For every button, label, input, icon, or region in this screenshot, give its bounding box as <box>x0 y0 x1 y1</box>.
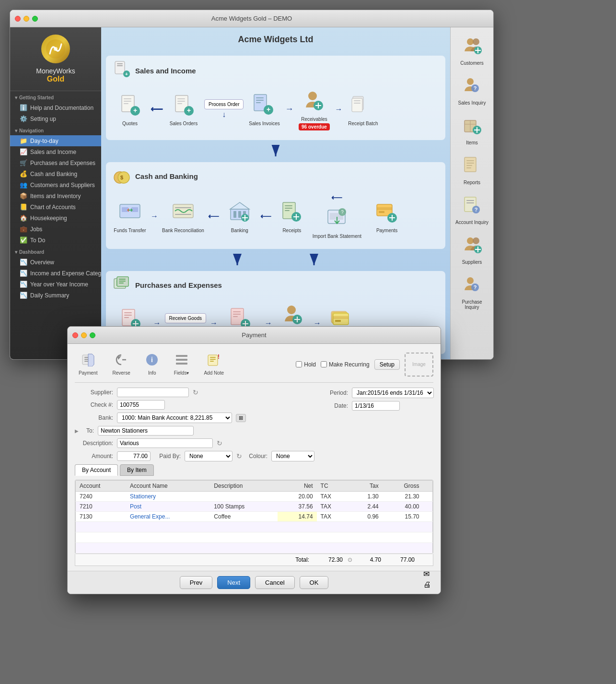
sidebar-item-customers[interactable]: 👥 Customers and Suppliers <box>10 179 101 190</box>
sidebar-item-setup[interactable]: ⚙️ Setting up <box>10 113 101 124</box>
period-label: Period: <box>324 389 348 396</box>
bank-detail-button[interactable]: ⊞ <box>236 414 246 422</box>
dialog-max-button[interactable] <box>90 332 95 338</box>
maximize-button[interactable] <box>32 16 38 22</box>
desc-refresh-icon[interactable]: ↻ <box>217 439 222 447</box>
minimize-button[interactable] <box>23 16 29 22</box>
recurring-checkbox-label[interactable]: Make Recurring <box>321 361 370 368</box>
sidebar-item-income-cat[interactable]: 📉 Income and Expense Categ... <box>10 268 101 279</box>
next-button[interactable]: Next <box>217 576 250 589</box>
colour-select[interactable]: None <box>271 451 314 461</box>
date-input[interactable] <box>352 401 400 411</box>
receive-goods-box[interactable]: Receive Goods <box>165 313 206 323</box>
section-getting-started[interactable]: ▾ Getting Started <box>10 91 101 102</box>
right-panel-reports[interactable]: Reports <box>453 152 491 189</box>
right-panel-items[interactable]: Items <box>453 112 491 149</box>
process-order-box[interactable]: Process Order <box>204 99 244 109</box>
logo-sub: Gold <box>17 75 94 83</box>
cell-account-1: 7240 <box>76 492 127 502</box>
flow-item-quotes[interactable]: + Quotes <box>113 92 147 127</box>
paid-by-refresh-icon[interactable]: ↻ <box>236 452 242 460</box>
svg-rect-56 <box>285 210 290 211</box>
tab-by-account[interactable]: By Account <box>75 464 118 476</box>
bank-label: Bank: <box>75 414 113 421</box>
right-panel-sales-inquiry[interactable]: ? Sales Inquiry <box>453 72 491 109</box>
flow-item-receipt-batch[interactable]: Receipt Batch <box>346 92 380 127</box>
table-row[interactable]: 7240 Stationery 20.00 TAX 1.30 21.30 <box>76 492 433 502</box>
right-panel-account-inquiry[interactable]: ? Account Inquiry <box>453 191 491 229</box>
flow-item-banking[interactable]: Banking <box>223 199 256 234</box>
sidebar-item-housekeeping[interactable]: 🏠 Housekeeping <box>10 212 101 224</box>
prev-button[interactable]: Prev <box>180 576 213 589</box>
sidebar-item-todo[interactable]: ✅ To Do <box>10 235 101 246</box>
table-row[interactable]: 7210 Post 100 Stamps 37.56 TAX 2.44 40.0… <box>76 502 433 512</box>
sidebar-item-sales[interactable]: 📈 Sales and Income <box>10 146 101 157</box>
section-dashboard[interactable]: ▾ Dashboard <box>10 246 101 257</box>
print-icon[interactable]: ✉ <box>423 569 431 578</box>
check-input[interactable] <box>117 400 165 410</box>
cart-icon: 🛒 <box>20 159 27 166</box>
amount-input[interactable] <box>117 451 151 461</box>
close-button[interactable] <box>15 16 21 22</box>
sidebar-item-yoy[interactable]: 📉 Year over Year Income <box>10 279 101 290</box>
ok-button[interactable]: OK <box>300 576 329 589</box>
info-toolbar-btn[interactable]: i Info <box>141 351 163 377</box>
payment-toolbar-btn[interactable]: Payment <box>75 351 101 377</box>
reverse-toolbar-btn[interactable]: Reverse <box>108 351 134 377</box>
sidebar-item-help[interactable]: ℹ️ Help and Documentation <box>10 102 101 113</box>
bank-select[interactable]: 1000: Main Bank Account: 8,221.85 <box>117 413 232 423</box>
fields-toolbar-btn[interactable]: Fields▾ <box>170 351 193 377</box>
right-panel-customers[interactable]: Customers <box>453 32 491 70</box>
sidebar-item-chart[interactable]: 📒 Chart of Accounts <box>10 201 101 212</box>
right-panel-purchase-inquiry[interactable]: ? Purchase Inquiry <box>453 271 491 314</box>
cell-account-name-1[interactable]: Stationery <box>126 492 210 502</box>
flow-item-receipts[interactable]: Receipts <box>275 199 309 234</box>
flow-item-receivables[interactable]: Receivables 96 overdue <box>297 88 331 130</box>
supplier-search-icon[interactable]: ↻ <box>193 389 198 396</box>
right-panel-suppliers[interactable]: Suppliers <box>453 231 491 269</box>
sidebar-item-cash[interactable]: 💰 Cash and Banking <box>10 168 101 179</box>
col-gross: Gross <box>383 481 423 492</box>
dialog-close-button[interactable] <box>72 332 78 338</box>
tab-by-item[interactable]: By Item <box>120 464 154 476</box>
hold-checkbox-label[interactable]: Hold <box>296 361 316 368</box>
folder-icon: 📁 <box>20 137 27 144</box>
flow-item-bank-recon[interactable]: Bank Reconciliation <box>162 199 204 234</box>
dialog-titlebar: Payment <box>68 327 441 344</box>
svg-point-107 <box>473 38 479 45</box>
cancel-button[interactable]: Cancel <box>255 576 294 589</box>
flow-item-funds-transfer[interactable]: Funds Transfer <box>113 199 147 234</box>
svg-rect-93 <box>233 316 238 317</box>
svg-point-129 <box>473 237 479 244</box>
sidebar-item-jobs[interactable]: 💼 Jobs <box>10 224 101 235</box>
description-input[interactable] <box>117 438 213 448</box>
cell-account-name-3[interactable]: General Expe... <box>126 512 210 522</box>
supplier-input[interactable] <box>117 388 189 397</box>
totals-row: Total: 72.30 ⊙ 4.70 77.00 <box>75 554 433 566</box>
sidebar-item-purchases[interactable]: 🛒 Purchases and Expenses <box>10 157 101 168</box>
hold-checkbox[interactable] <box>296 361 302 367</box>
paid-by-select[interactable]: None <box>185 451 232 461</box>
sidebar-item-overview[interactable]: 📉 Overview <box>10 257 101 268</box>
flow-item-sales-invoices[interactable]: + Sales Invoices <box>247 92 281 127</box>
table-empty-row <box>76 532 433 543</box>
recurring-checkbox[interactable] <box>321 361 327 367</box>
sidebar-item-items[interactable]: 📦 Items and Inventory <box>10 190 101 201</box>
printer-icon[interactable]: 🖨 <box>423 580 431 589</box>
flow-item-sales-orders[interactable]: + Sales Orders <box>167 92 200 127</box>
expand-arrow[interactable]: ▶ <box>75 428 81 434</box>
sidebar-item-daily[interactable]: 📉 Daily Summary <box>10 290 101 301</box>
flow-item-import-bank[interactable]: ? Import Bank Statement <box>313 205 361 239</box>
to-input[interactable] <box>98 426 194 436</box>
cell-account-name-2[interactable]: Post <box>126 502 210 512</box>
table-row[interactable]: 7130 General Expe... Coffee 14.74 TAX 0.… <box>76 512 433 522</box>
add-note-toolbar-btn[interactable]: ! Add Note <box>200 351 228 377</box>
cell-action-2 <box>423 502 433 512</box>
sidebar-item-day-to-day[interactable]: 📁 Day-to-day <box>10 135 101 146</box>
dialog-min-button[interactable] <box>81 332 87 338</box>
image-placeholder: Image <box>405 353 433 377</box>
flow-item-payments[interactable]: Payments <box>370 199 404 234</box>
section-navigation[interactable]: ▾ Navigation <box>10 124 101 135</box>
period-select[interactable]: Jan:2015/16 ends 1/31/16 <box>352 388 434 398</box>
setup-button[interactable]: Setup <box>374 359 400 370</box>
